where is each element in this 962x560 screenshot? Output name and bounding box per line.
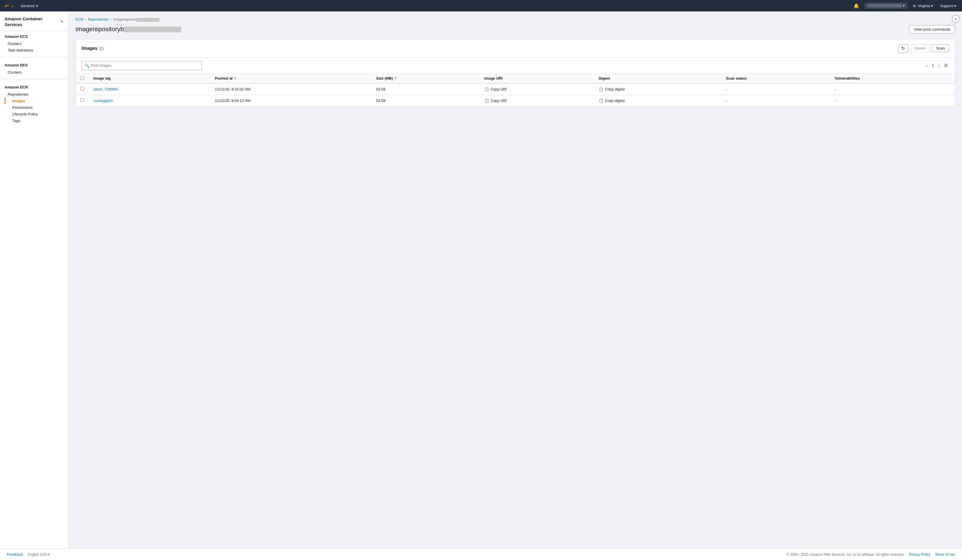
refresh-button[interactable]: ↻ <box>899 44 908 53</box>
sidebar-section-eks: Amazon EKS Clusters <box>0 60 68 77</box>
row1-checkbox[interactable] <box>81 87 84 90</box>
images-panel-title: Images (2) <box>82 46 104 51</box>
header-size[interactable]: Size (MB) ▼ <box>372 74 480 83</box>
copy-icon-digest: 📋 <box>599 87 603 91</box>
region-selector[interactable]: N. Virginia ▾ <box>912 3 935 9</box>
table-row: latest, 7280fe6 11/11/20, 8:31:02 AM 53.… <box>76 83 955 95</box>
privacy-policy-link[interactable]: Privacy Policy <box>909 553 931 557</box>
sidebar-section-ecr: Amazon ECR Repositories Images Permissio… <box>0 82 68 125</box>
row2-checkbox[interactable] <box>81 98 84 102</box>
row2-tag-link[interactable]: <untagged> <box>93 98 113 103</box>
sidebar-item-repositories[interactable]: Repositories <box>5 91 64 98</box>
language-selector[interactable]: English (US) ▾ <box>28 553 50 557</box>
sidebar-close-button[interactable]: × <box>60 18 64 25</box>
col-label-image-uri: Image URI <box>484 76 503 81</box>
header-scan-status: Scan status <box>721 74 830 83</box>
row2-copy-digest-button[interactable]: 📋 Copy digest <box>599 98 625 103</box>
header-image-uri: Image URI <box>480 74 594 83</box>
row2-vulnerabilities: - <box>830 95 955 106</box>
breadcrumb-ecr[interactable]: ECR <box>76 17 83 21</box>
terms-of-use-link[interactable]: Terms of Use <box>935 553 955 557</box>
pagination-controls: ‹ 1 › ⚙ <box>924 61 949 69</box>
footer-right: © 2008 - 2020, Amazon Web Services, Inc.… <box>786 553 955 557</box>
sidebar-item-clusters-ecs[interactable]: Clusters <box>5 40 64 47</box>
pagination-number: 1 <box>930 63 936 68</box>
sidebar: Amazon ContainerServices × Amazon ECS Cl… <box>0 11 69 549</box>
row1-digest: 📋 Copy digest <box>594 83 721 95</box>
main-content: ℹ ECR › Repositories › imagereposito ima… <box>69 11 962 549</box>
row2-pushed-at: 11/11/20, 8:04:13 AM <box>210 95 372 106</box>
row2-size: 53.59 <box>372 95 480 106</box>
header-checkbox-cell <box>76 74 89 83</box>
info-icon[interactable]: ℹ <box>952 15 960 23</box>
sidebar-item-clusters-eks[interactable]: Clusters <box>5 69 64 76</box>
sidebar-section-ecs: Amazon ECS Clusters Task definitions <box>0 31 68 55</box>
sidebar-item-tags[interactable]: Tags <box>5 118 64 124</box>
copy-icon-digest-2: 📋 <box>599 98 603 103</box>
row1-copy-uri-button[interactable]: 📋 Copy URI <box>484 86 507 92</box>
chevron-down-icon: ▾ <box>954 4 956 8</box>
row2-digest: 📋 Copy digest <box>594 95 721 106</box>
services-button[interactable]: Services ▾ <box>18 3 40 9</box>
search-wrapper: 🔍 <box>82 61 202 70</box>
bell-notification[interactable]: 🔔 <box>852 2 860 10</box>
scan-button[interactable]: Scan <box>932 44 949 52</box>
breadcrumb-sep-2: › <box>111 18 111 21</box>
images-panel-header: Images (2) ↻ Delete Scan <box>76 40 955 58</box>
delete-button[interactable]: Delete <box>910 44 930 52</box>
col-label-vulnerabilities: Vulnerabilities <box>834 76 860 81</box>
table-settings-button[interactable]: ⚙ <box>943 61 949 69</box>
sort-icon-size: ▼ <box>394 77 397 80</box>
region-label: N. Virginia <box>913 4 930 8</box>
row2-copy-uri-button[interactable]: 📋 Copy URI <box>484 98 507 103</box>
language-label: English (US) <box>28 553 47 557</box>
sidebar-item-lifecycle-policy[interactable]: Lifecycle Policy <box>5 111 64 118</box>
table-row: <untagged> 11/11/20, 8:04:13 AM 53.59 📋 … <box>76 95 955 106</box>
copy-icon: 📋 <box>484 87 489 91</box>
chevron-down-icon: ▾ <box>903 4 905 8</box>
pagination-prev-button[interactable]: ‹ <box>924 62 929 69</box>
sidebar-item-task-definitions[interactable]: Task definitions <box>5 47 64 53</box>
col-label-scan-status: Scan status <box>726 76 747 81</box>
select-all-checkbox[interactable] <box>81 76 84 80</box>
page-title: imagerepositoryb <box>76 26 181 33</box>
sidebar-item-images[interactable]: Images <box>5 98 64 104</box>
row1-uri: 📋 Copy URI <box>480 83 594 95</box>
search-input[interactable] <box>82 61 202 70</box>
support-label: Support <box>940 4 953 8</box>
feedback-link[interactable]: Feedback <box>7 552 23 557</box>
nav-right: 🔔 ▾ N. Virginia ▾ Support ▾ <box>852 2 957 10</box>
row1-copy-digest-label: Copy digest <box>605 87 625 91</box>
sidebar-section-title-ecr: Amazon ECR <box>5 85 64 89</box>
chevron-down-icon: ▾ <box>48 553 50 557</box>
footer-left: Feedback English (US) ▾ <box>7 552 50 557</box>
copyright-text: © 2008 - 2020, Amazon Web Services, Inc.… <box>786 553 904 557</box>
row1-checkbox-cell <box>76 83 89 95</box>
search-bar-row: 🔍 ‹ 1 › ⚙ <box>76 58 955 74</box>
bell-icon: 🔔 <box>854 3 859 8</box>
support-menu[interactable]: Support ▾ <box>939 3 957 9</box>
aws-logo[interactable]: aws <box>5 3 14 9</box>
header-vulnerabilities: Vulnerabilities <box>830 74 955 83</box>
row1-tag-link[interactable]: latest, 7280fe6 <box>93 87 118 91</box>
sidebar-section-title-ecs: Amazon ECS <box>5 34 64 39</box>
view-push-commands-button[interactable]: View push commands <box>909 25 955 34</box>
row1-image-tag: latest, 7280fe6 <box>89 83 210 95</box>
row2-checkbox-cell <box>76 95 89 106</box>
panel-actions: ↻ Delete Scan <box>899 44 949 53</box>
row2-image-tag: <untagged> <box>89 95 210 106</box>
chevron-down-icon: ▾ <box>931 4 933 8</box>
row1-vulnerabilities: - <box>830 83 955 95</box>
search-icon: 🔍 <box>84 63 89 68</box>
table-header-row: Image tag Pushed at ▼ Size (MB) ▼ <box>76 74 955 83</box>
row1-copy-digest-button[interactable]: 📋 Copy digest <box>599 86 625 92</box>
svg-text:aws: aws <box>5 4 10 6</box>
sidebar-item-permissions[interactable]: Permissions <box>5 104 64 111</box>
row1-scan-status: - <box>721 83 830 95</box>
pagination-next-button[interactable]: › <box>937 62 942 69</box>
breadcrumb-repositories[interactable]: Repositories <box>88 17 108 21</box>
row2-copy-digest-label: Copy digest <box>605 98 625 103</box>
account-selector[interactable]: ▾ <box>865 3 907 8</box>
header-pushed-at[interactable]: Pushed at ▼ <box>210 74 372 83</box>
images-count: (2) <box>99 46 104 51</box>
